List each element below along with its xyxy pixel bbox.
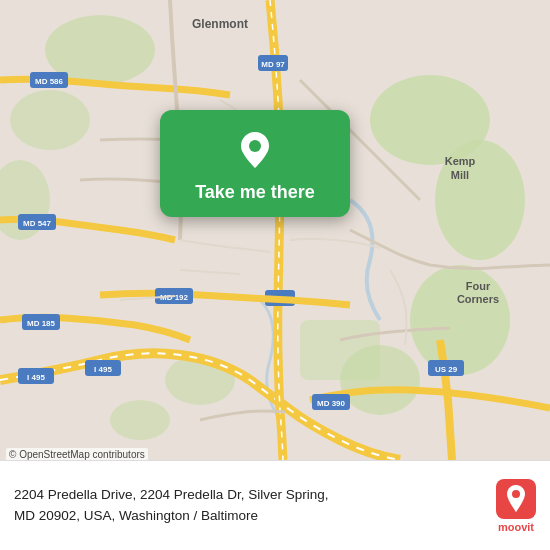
svg-point-39 bbox=[512, 490, 520, 498]
svg-text:US 29: US 29 bbox=[435, 365, 458, 374]
moovit-brand-label: moovit bbox=[498, 521, 534, 533]
map-container: I 495 I 495 MD 97 MD 97 MD 586 MD 547 MD… bbox=[0, 0, 550, 460]
map-background: I 495 I 495 MD 97 MD 97 MD 586 MD 547 MD… bbox=[0, 0, 550, 460]
take-me-there-button[interactable]: Take me there bbox=[160, 110, 350, 217]
location-pin-icon bbox=[233, 128, 277, 172]
svg-text:Glenmont: Glenmont bbox=[192, 17, 248, 31]
svg-text:I 495: I 495 bbox=[27, 373, 45, 382]
svg-point-37 bbox=[249, 140, 261, 152]
address-text: 2204 Predella Drive, 2204 Predella Dr, S… bbox=[14, 487, 328, 522]
svg-point-9 bbox=[110, 400, 170, 440]
svg-text:MD 97: MD 97 bbox=[261, 60, 285, 69]
copyright-text: © OpenStreetMap contributors bbox=[6, 448, 148, 460]
svg-text:Four: Four bbox=[466, 280, 491, 292]
svg-point-3 bbox=[410, 265, 510, 375]
svg-text:MD 185: MD 185 bbox=[27, 319, 56, 328]
moovit-logo: moovit bbox=[496, 479, 536, 533]
info-bar: 2204 Predella Drive, 2204 Predella Dr, S… bbox=[0, 460, 550, 550]
svg-text:Mill: Mill bbox=[451, 169, 469, 181]
svg-text:Kemp: Kemp bbox=[445, 155, 476, 167]
svg-text:MD 390: MD 390 bbox=[317, 399, 346, 408]
address-block: 2204 Predella Drive, 2204 Predella Dr, S… bbox=[14, 485, 486, 526]
svg-text:MD 586: MD 586 bbox=[35, 77, 64, 86]
svg-rect-10 bbox=[300, 320, 380, 380]
svg-text:I 495: I 495 bbox=[94, 365, 112, 374]
svg-point-6 bbox=[10, 90, 90, 150]
moovit-icon bbox=[496, 479, 536, 519]
svg-text:Corners: Corners bbox=[457, 293, 499, 305]
svg-text:MD 547: MD 547 bbox=[23, 219, 52, 228]
take-me-there-label: Take me there bbox=[195, 182, 315, 203]
